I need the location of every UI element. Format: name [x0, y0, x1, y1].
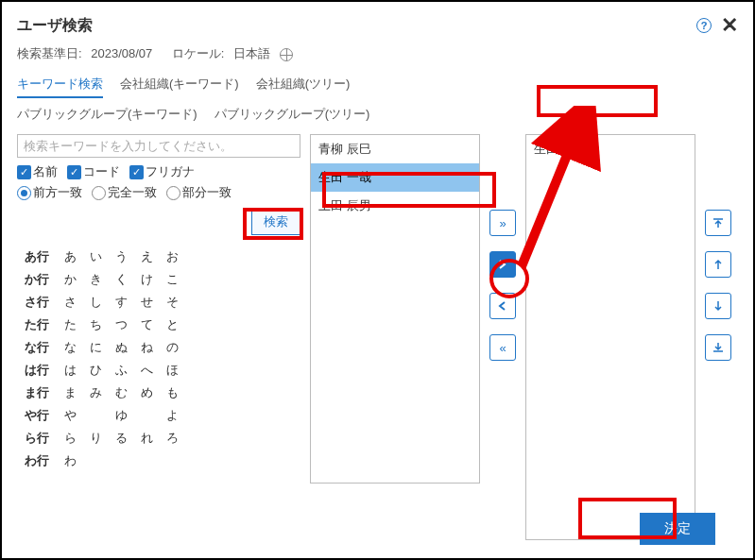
order-buttons	[705, 134, 731, 502]
kana-cell[interactable]: ほ	[161, 360, 184, 381]
checkbox-label: コード	[83, 163, 120, 180]
move-all-left-button[interactable]: «	[489, 334, 516, 361]
kana-cell[interactable]: た	[59, 314, 82, 335]
move-up-button[interactable]	[705, 251, 731, 278]
radio-2[interactable]: 部分一致	[166, 184, 232, 201]
kana-cell[interactable]: つ	[110, 314, 133, 335]
kana-cell[interactable]: め	[135, 382, 159, 403]
decide-button[interactable]: 決定	[640, 513, 715, 545]
dialog-footer: 決定	[640, 513, 715, 545]
radio-1[interactable]: 完全一致	[92, 184, 157, 201]
kana-cell[interactable]: る	[110, 428, 133, 449]
kana-cell	[135, 405, 159, 426]
kana-cell[interactable]: む	[110, 382, 133, 403]
result-list[interactable]: 青柳 辰巳生田 一哉上田 辰男	[310, 134, 480, 484]
close-icon[interactable]: ✕	[721, 13, 738, 38]
kana-cell[interactable]: う	[110, 246, 133, 267]
kana-row-label[interactable]: わ行	[19, 450, 57, 471]
tab-0[interactable]: キーワード検索	[17, 76, 103, 98]
kana-cell[interactable]: も	[161, 382, 184, 403]
kana-cell[interactable]: そ	[161, 292, 184, 313]
kana-row-label[interactable]: あ行	[19, 246, 57, 267]
kana-cell[interactable]: ろ	[161, 428, 184, 449]
tab-row-1: キーワード検索会社組織(キーワード)会社組織(ツリー)	[17, 76, 738, 98]
tab-row2-0[interactable]: パブリックグループ(キーワード)	[17, 106, 197, 127]
locale-label: ロケール:	[172, 46, 225, 60]
kana-row-label[interactable]: な行	[19, 337, 57, 358]
kana-row-label[interactable]: た行	[19, 314, 57, 335]
kana-cell[interactable]: く	[110, 269, 133, 290]
kana-cell[interactable]: と	[161, 314, 184, 335]
radio-label: 前方一致	[33, 184, 82, 201]
kana-cell[interactable]: ゆ	[110, 405, 133, 426]
selected-list[interactable]: 生田 一哉	[525, 134, 695, 540]
kana-cell[interactable]: せ	[135, 292, 159, 313]
kana-cell[interactable]: ち	[84, 314, 108, 335]
kana-cell	[161, 450, 184, 471]
kana-cell[interactable]: す	[110, 292, 133, 313]
kana-cell[interactable]: ぬ	[110, 337, 133, 358]
search-input[interactable]	[17, 134, 300, 158]
kana-cell[interactable]: の	[161, 337, 184, 358]
kana-cell[interactable]: は	[59, 360, 82, 381]
kana-row-label[interactable]: ま行	[19, 382, 57, 403]
checkbox-1[interactable]: ✓コード	[67, 163, 120, 180]
kana-row-label[interactable]: か行	[19, 269, 57, 290]
move-right-button[interactable]	[489, 251, 516, 278]
result-item[interactable]: 上田 辰男	[311, 192, 479, 220]
move-all-right-button[interactable]: »	[489, 210, 516, 236]
kana-cell[interactable]: え	[135, 246, 159, 267]
radio-0[interactable]: 前方一致	[17, 184, 82, 201]
kana-row-label[interactable]: や行	[19, 405, 57, 426]
radio-icon	[92, 186, 106, 200]
kana-cell[interactable]: ら	[59, 428, 82, 449]
kana-cell[interactable]: し	[84, 292, 108, 313]
kana-row-label[interactable]: さ行	[19, 292, 57, 313]
selected-item[interactable]: 生田 一哉	[526, 135, 695, 163]
checkbox-2[interactable]: ✓フリガナ	[129, 163, 195, 180]
help-icon[interactable]: ?	[696, 18, 712, 33]
kana-cell[interactable]: に	[84, 337, 108, 358]
kana-row-label[interactable]: ら行	[19, 428, 57, 449]
move-down-button[interactable]	[705, 293, 731, 319]
kana-cell[interactable]: な	[59, 337, 82, 358]
kana-cell[interactable]: さ	[59, 292, 82, 313]
move-top-button[interactable]	[705, 210, 731, 236]
kana-cell[interactable]: み	[84, 382, 108, 403]
base-date-value: 2023/08/07	[91, 46, 152, 60]
result-item[interactable]: 生田 一哉	[311, 163, 479, 192]
kana-cell[interactable]: ふ	[110, 360, 133, 381]
globe-icon[interactable]	[280, 48, 293, 61]
user-search-dialog: ユーザ検索 ? ✕ 検索基準日: 2023/08/07 ロケール: 日本語 キー…	[0, 0, 755, 560]
kana-cell[interactable]: て	[135, 314, 159, 335]
kana-cell[interactable]: ね	[135, 337, 159, 358]
kana-cell[interactable]: か	[59, 269, 82, 290]
kana-cell[interactable]: れ	[135, 428, 159, 449]
kana-table: あ行あいうえおか行かきくけこさ行さしすせそた行たちつてとな行なにぬねのは行はひふ…	[17, 245, 186, 473]
kana-cell[interactable]: り	[84, 428, 108, 449]
kana-cell[interactable]: ひ	[84, 360, 108, 381]
move-left-button[interactable]	[489, 293, 516, 319]
kana-cell[interactable]: ま	[59, 382, 82, 403]
kana-cell[interactable]: こ	[161, 269, 184, 290]
tab-container: キーワード検索会社組織(キーワード)会社組織(ツリー) パブリックグループ(キー…	[17, 76, 738, 127]
tab-row2-1[interactable]: パブリックグループ(ツリー)	[214, 106, 370, 127]
kana-cell[interactable]: い	[84, 246, 108, 267]
kana-row-label[interactable]: は行	[19, 360, 57, 381]
kana-cell[interactable]: へ	[135, 360, 159, 381]
kana-cell[interactable]: あ	[59, 246, 82, 267]
kana-cell[interactable]: や	[59, 405, 82, 426]
result-item[interactable]: 青柳 辰巳	[311, 135, 479, 163]
kana-cell[interactable]: き	[84, 269, 108, 290]
tab-2[interactable]: 会社組織(ツリー)	[256, 76, 351, 98]
kana-cell[interactable]: わ	[59, 450, 82, 471]
move-bottom-button[interactable]	[705, 334, 731, 361]
kana-cell[interactable]: け	[135, 269, 159, 290]
checkbox-0[interactable]: ✓名前	[17, 163, 58, 180]
tab-row-2: パブリックグループ(キーワード)パブリックグループ(ツリー)	[17, 106, 738, 127]
search-button[interactable]: 検索	[251, 209, 300, 235]
kana-cell[interactable]: よ	[161, 405, 184, 426]
check-icon: ✓	[129, 165, 144, 179]
tab-1[interactable]: 会社組織(キーワード)	[120, 76, 239, 98]
kana-cell[interactable]: お	[161, 246, 184, 267]
